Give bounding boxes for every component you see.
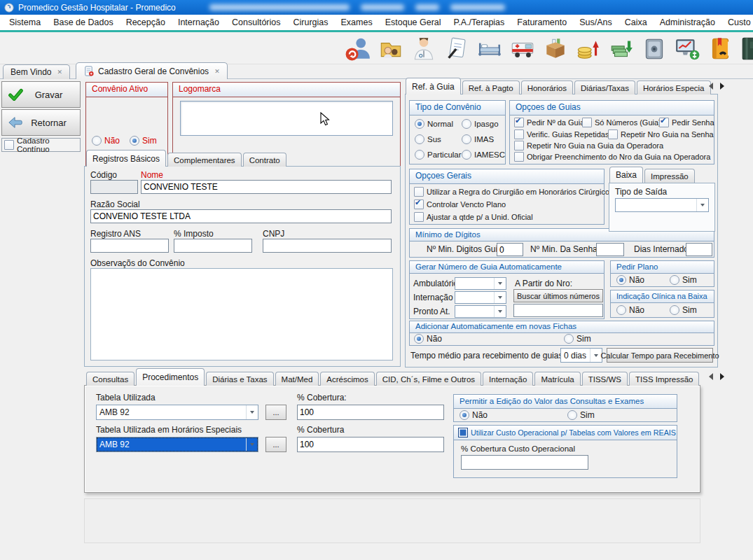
chk-regra-cirurgiao[interactable]: Utilizar a Regra do Cirurgião em Honorár… bbox=[414, 187, 614, 197]
menu-custo[interactable]: Custo bbox=[721, 18, 753, 27]
cobertura1-input[interactable] bbox=[297, 405, 444, 420]
chk-obrigar-preenchimento[interactable]: Obrigar Preenchimento do Nro da Guia na … bbox=[514, 152, 710, 162]
convenio-ativo-sim-radio[interactable]: Sim bbox=[130, 136, 157, 146]
tab-tiss-impressao[interactable]: TISS Impressão bbox=[629, 372, 699, 386]
money-receive-icon[interactable] bbox=[608, 35, 635, 62]
radio-ipasgo[interactable]: Ipasgo bbox=[462, 119, 499, 129]
tab-scroll-right-icon[interactable] bbox=[720, 83, 724, 90]
dias-internado-input[interactable] bbox=[686, 243, 712, 256]
tab-baixa[interactable]: Baixa bbox=[609, 167, 643, 183]
razao-social-input[interactable] bbox=[90, 209, 392, 223]
radio-particular[interactable]: Particular bbox=[415, 150, 462, 160]
tab-matricula[interactable]: Matrícula bbox=[534, 372, 580, 386]
menu-exames[interactable]: Exames bbox=[335, 18, 379, 27]
stock-box-icon[interactable] bbox=[542, 35, 569, 62]
menu-cirurgias[interactable]: Cirurgias bbox=[287, 18, 335, 27]
chk-so-numeros[interactable]: Só Números (Guia) bbox=[582, 118, 661, 127]
calcular-tempo-button[interactable]: Calcular Tempo para Recebimento bbox=[607, 348, 713, 363]
pedir-plano-sim-radio[interactable]: Sim bbox=[670, 275, 697, 285]
indicacao-nao-radio[interactable]: Não bbox=[616, 305, 644, 315]
adicionar-nao-radio[interactable]: Não bbox=[414, 334, 442, 344]
indicacao-sim-radio[interactable]: Sim bbox=[670, 305, 697, 315]
cost-chart-icon[interactable] bbox=[674, 35, 700, 62]
tab-scroll-right-icon[interactable] bbox=[720, 373, 724, 380]
tab-mat-med[interactable]: Mat/Med bbox=[275, 372, 319, 386]
menu-administracao[interactable]: Administração bbox=[654, 18, 721, 27]
tab-acrescimos[interactable]: Acréscimos bbox=[320, 372, 374, 386]
blue-checkbox-icon[interactable] bbox=[458, 428, 468, 438]
tabela-especiais-browse-button[interactable]: ... bbox=[265, 437, 286, 452]
permitir-sim-radio[interactable]: Sim bbox=[567, 410, 595, 420]
tipo-saida-combo[interactable] bbox=[615, 198, 709, 212]
reception-folder-icon[interactable] bbox=[378, 35, 404, 62]
tab-diarias-e-taxas[interactable]: Diárias e Taxas bbox=[206, 372, 273, 386]
pedir-plano-nao-radio[interactable]: Não bbox=[616, 275, 644, 285]
user-sync-icon[interactable] bbox=[345, 35, 371, 62]
save-button[interactable]: Gravar bbox=[1, 81, 81, 108]
return-button[interactable]: Retornar bbox=[1, 109, 81, 136]
convenio-ativo-nao-radio[interactable]: Não bbox=[92, 136, 120, 146]
phone-book-icon[interactable] bbox=[707, 35, 733, 62]
doctor-icon[interactable] bbox=[410, 35, 437, 62]
book-icon[interactable] bbox=[740, 35, 753, 62]
safe-icon[interactable] bbox=[641, 35, 668, 62]
tab-honorarios[interactable]: Honorários bbox=[521, 80, 573, 94]
tab-contrato[interactable]: Contrato bbox=[243, 153, 286, 167]
observacoes-textarea[interactable] bbox=[90, 268, 393, 360]
radio-sus[interactable]: Sus bbox=[415, 134, 441, 144]
pronto-at-combo[interactable] bbox=[455, 305, 506, 318]
tab-cadastro-geral-convenios[interactable]: Cadastro Geral de Convênios bbox=[76, 62, 228, 79]
tabela-browse-button[interactable]: ... bbox=[265, 405, 286, 420]
menu-caixa[interactable]: Caixa bbox=[619, 18, 654, 27]
tab-impressao[interactable]: Impressão bbox=[644, 169, 695, 183]
menu-sistema[interactable]: Sistema bbox=[3, 18, 47, 27]
tab-horarios-especiais[interactable]: Horários Especia bbox=[637, 80, 711, 94]
adicionar-sim-radio[interactable]: Sim bbox=[564, 334, 591, 344]
chk-controlar-vencto[interactable]: Controlar Vencto Plano bbox=[414, 200, 506, 209]
internacao-combo[interactable] bbox=[455, 291, 506, 304]
close-icon[interactable] bbox=[57, 69, 62, 76]
continuous-register-checkbox[interactable] bbox=[4, 140, 14, 150]
radio-normal[interactable]: Normal bbox=[415, 119, 453, 129]
tab-cid-chs-filme[interactable]: CID, Ch´s, Filme e Outros bbox=[376, 372, 481, 386]
menu-base-de-dados[interactable]: Base de Dados bbox=[47, 18, 119, 27]
logomarca-image-area[interactable] bbox=[180, 101, 393, 136]
cnpj-input[interactable] bbox=[263, 239, 392, 253]
tab-tiss-ws[interactable]: TISS/WS bbox=[582, 372, 628, 386]
buscar-ultimos-numeros-button[interactable]: Buscar últimos números bbox=[513, 289, 603, 302]
tab-consultas[interactable]: Consultas bbox=[86, 372, 134, 386]
menu-estoque-geral[interactable]: Estoque Geral bbox=[379, 18, 448, 27]
tab-internacao-bottom[interactable]: Internação bbox=[483, 372, 533, 386]
tabela-especiais-combo[interactable]: AMB 92 bbox=[96, 437, 258, 452]
cobertura-custo-input[interactable] bbox=[461, 455, 588, 470]
tab-scroll-left-icon[interactable] bbox=[709, 83, 713, 90]
a-partir-nro-input[interactable] bbox=[513, 304, 603, 317]
ambulance-icon[interactable] bbox=[509, 35, 536, 62]
chk-pedir-num-guia[interactable]: Pedir Nº da Guia bbox=[514, 118, 584, 127]
chk-verific-guias-repetidas[interactable]: Verific. Guias Repetidas bbox=[514, 130, 609, 139]
cobertura2-input[interactable] bbox=[297, 437, 444, 452]
exam-document-icon[interactable] bbox=[443, 35, 470, 62]
menu-faturamento[interactable]: Faturamento bbox=[511, 18, 573, 27]
tab-procedimentos[interactable]: Procedimentos bbox=[136, 368, 205, 386]
menu-internacao[interactable]: Internação bbox=[172, 18, 226, 27]
imposto-input[interactable] bbox=[174, 239, 252, 253]
tab-bem-vindo[interactable]: Bem Vindo bbox=[3, 64, 70, 79]
close-icon[interactable] bbox=[214, 68, 220, 75]
menu-recepcao[interactable]: Recepção bbox=[120, 18, 172, 27]
billing-up-icon[interactable] bbox=[575, 35, 602, 62]
tab-ref-a-guia[interactable]: Ref. à Guia bbox=[406, 78, 461, 94]
chk-repetir-nro-senha[interactable]: Repetir Nro Guia na Senha bbox=[608, 130, 714, 139]
menu-consultorios[interactable]: Consultórios bbox=[226, 18, 286, 27]
ambulatorio-combo[interactable] bbox=[455, 277, 506, 290]
chk-ajustar-qtde[interactable]: Ajustar a qtde p/ a Unid. Oficial bbox=[414, 212, 533, 222]
chk-repetir-nro-guia-operadora[interactable]: Repetir Nro Guia na Guia da Operadora bbox=[514, 141, 663, 150]
tab-scroll-left-icon[interactable] bbox=[709, 373, 713, 380]
min-digitos-guia-input[interactable] bbox=[497, 243, 523, 256]
chk-pedir-senha[interactable]: Pedir Senha bbox=[659, 118, 714, 127]
tabela-utilizada-combo[interactable]: AMB 92 bbox=[96, 405, 258, 420]
registro-ans-input[interactable] bbox=[90, 239, 169, 253]
hospital-bed-icon[interactable] bbox=[476, 35, 503, 62]
tab-registros-basicos[interactable]: Registros Básicos bbox=[86, 150, 166, 167]
menu-sus-ans[interactable]: Sus/Ans bbox=[573, 18, 619, 27]
